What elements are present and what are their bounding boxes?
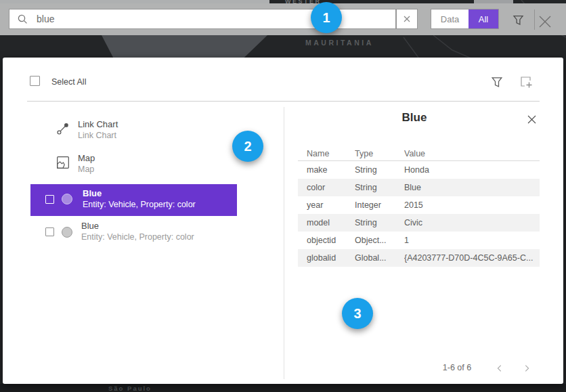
vertical-divider [284, 107, 284, 379]
table-header: Name Type Value [298, 146, 540, 160]
cell-value: Civic [404, 218, 540, 227]
result-item-subtitle: Entity: Vehicle, Property: color [81, 232, 194, 242]
scope-option-all[interactable]: All [469, 9, 498, 28]
cell-type: String [355, 218, 404, 227]
add-to-selection-button[interactable] [519, 74, 534, 89]
scope-option-data[interactable]: Data [431, 9, 469, 28]
cell-name: model [307, 218, 355, 227]
filter-funnel-icon [490, 75, 504, 89]
entity-dot-icon [62, 227, 72, 238]
chevron-right-icon [522, 364, 531, 373]
map-label-bottom: São Paulo [108, 385, 152, 392]
pagination-prev-button[interactable] [494, 363, 505, 374]
pagination-next-button[interactable] [521, 363, 532, 374]
result-item-title[interactable]: Map [78, 153, 95, 163]
callout-badge-3: 3 [342, 298, 373, 329]
detail-title: Blue [287, 111, 542, 125]
chevron-left-icon [495, 364, 504, 373]
search-icon [17, 14, 28, 25]
select-all-checkbox[interactable] [30, 76, 40, 86]
add-selection-icon [519, 74, 534, 89]
column-header-type: Type [355, 149, 404, 158]
cell-value: 1 [404, 236, 540, 245]
cell-value: Blue [404, 183, 540, 192]
result-item-title[interactable]: Blue [81, 221, 99, 231]
close-search-button[interactable] [538, 14, 552, 29]
cell-type: Global... [355, 253, 404, 263]
result-item-selected[interactable]: Blue Entity: Vehicle, Property: color [30, 184, 237, 216]
cell-name: year [307, 200, 355, 210]
map-bottom-strip [0, 384, 566, 392]
map-icon [56, 156, 70, 169]
panel-divider [27, 101, 540, 102]
cell-type: String [355, 165, 404, 175]
table-row: year Integer 2015 [298, 196, 540, 214]
filter-button[interactable] [510, 12, 526, 27]
cell-type: String [355, 183, 404, 192]
clear-icon [403, 15, 411, 23]
filter-funnel-icon [512, 14, 525, 26]
cell-name: objectid [307, 236, 355, 245]
close-icon [538, 14, 552, 29]
result-item-subtitle: Map [78, 165, 94, 174]
table-row: color String Blue [298, 179, 540, 196]
result-item-title[interactable]: Link Chart [78, 119, 118, 129]
callout-badge-1: 1 [311, 2, 342, 33]
result-item-subtitle: Link Chart [78, 131, 116, 140]
cell-value: {A4203777-D70D-4C5C-9A65-C... [404, 253, 540, 263]
toolbar-divider [534, 9, 535, 30]
cell-name: make [307, 165, 355, 175]
cell-value: 2015 [404, 200, 540, 210]
properties-table: Name Type Value make String Honda color … [298, 146, 540, 267]
clear-search-button[interactable] [396, 9, 418, 29]
cell-type: Object... [355, 236, 404, 245]
item-checkbox[interactable] [45, 195, 54, 204]
result-item-title: Blue [83, 188, 102, 198]
detail-close-button[interactable] [526, 114, 538, 125]
select-all-label: Select All [51, 77, 86, 87]
pagination-range: 1-6 of 6 [430, 363, 484, 372]
result-item-subtitle: Entity: Vehicle, Property: color [83, 200, 196, 209]
link-chart-icon [56, 122, 70, 135]
cell-name: globalid [307, 253, 355, 263]
callout-badge-2: 2 [232, 131, 263, 162]
table-row: make String Honda [298, 161, 540, 179]
item-checkbox[interactable] [45, 227, 54, 236]
scope-toggle: Data All [431, 9, 499, 29]
results-filter-button[interactable] [490, 75, 504, 89]
search-toolbar: Data All [0, 3, 566, 35]
table-row: model String Civic [298, 214, 540, 232]
cell-value: Honda [404, 165, 540, 175]
close-icon [527, 114, 537, 125]
column-header-name: Name [307, 149, 355, 158]
table-row: objectid Object... 1 [298, 232, 540, 249]
entity-dot-icon [62, 194, 72, 204]
search-results-panel: Select All Link Chart Link Chart Map Map [3, 58, 563, 384]
cell-name: color [307, 183, 355, 192]
map-label-mauritania: MAURITANIA [305, 39, 374, 47]
table-row: globalid Global... {A4203777-D70D-4C5C-9… [298, 249, 540, 267]
column-header-value: Value [404, 149, 540, 158]
cell-type: Integer [355, 200, 404, 210]
